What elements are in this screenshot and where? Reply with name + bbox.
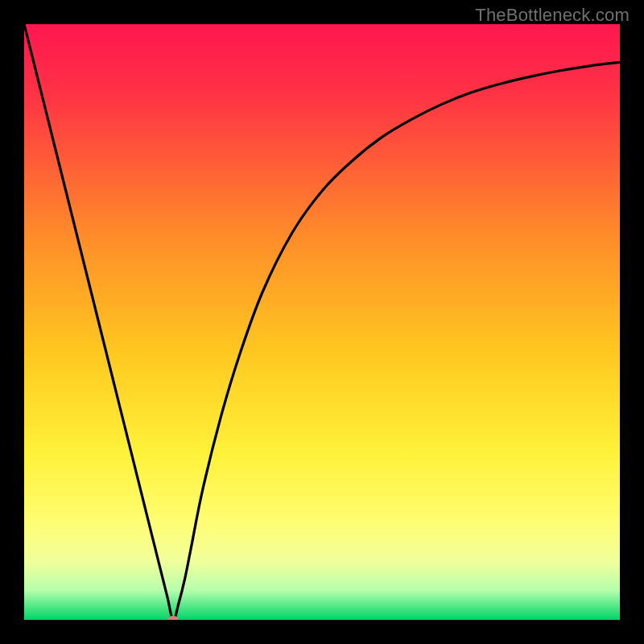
watermark-text: TheBottleneck.com	[475, 5, 630, 26]
plot-svg	[24, 24, 620, 620]
gradient-background	[24, 24, 620, 620]
chart-frame: TheBottleneck.com	[0, 0, 644, 644]
plot-area	[24, 24, 620, 620]
